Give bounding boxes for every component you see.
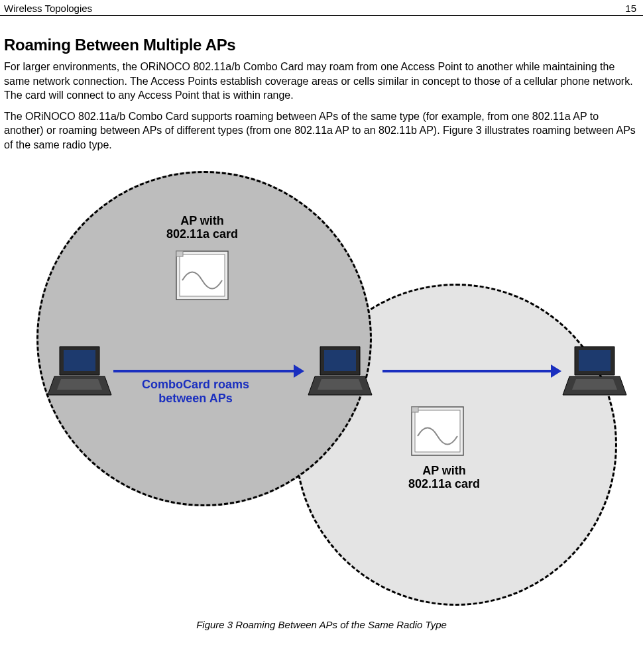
ap1-label-line1: AP with — [180, 214, 224, 227]
section-heading: Roaming Between Multiple APs — [4, 36, 639, 54]
svg-rect-8 — [324, 350, 356, 371]
roaming-arrow-icon — [113, 370, 295, 372]
svg-marker-10 — [318, 379, 363, 390]
svg-marker-14 — [572, 379, 617, 390]
roaming-label: ComboCard roams between APs — [113, 378, 278, 406]
ap1-label-line2: 802.11a card — [166, 227, 238, 241]
ap2-label: AP with 802.11a card — [381, 464, 507, 491]
svg-rect-4 — [64, 350, 95, 371]
laptop-icon — [561, 343, 628, 400]
svg-rect-2 — [176, 251, 183, 256]
roaming-arrow-icon — [382, 370, 552, 372]
page-content: Roaming Between Multiple APs For larger … — [0, 16, 643, 630]
page-header: Wireless Topologies 15 — [0, 0, 643, 16]
roaming-label-line2: between APs — [158, 392, 232, 405]
figure-caption: Figure 3 Roaming Between APs of the Same… — [4, 619, 639, 630]
body-paragraph: The ORiNOCO 802.11a/b Combo Card support… — [4, 109, 639, 152]
access-point-icon — [408, 403, 467, 459]
laptop-icon — [46, 343, 113, 400]
page-number: 15 — [625, 3, 636, 14]
figure-roaming-diagram: AP with 802.11a card ComboCar — [10, 164, 633, 615]
roaming-label-line1: ComboCard roams — [142, 378, 249, 391]
svg-rect-12 — [579, 350, 611, 371]
header-title: Wireless Topologies — [4, 3, 92, 14]
laptop-icon — [307, 343, 373, 400]
svg-marker-6 — [57, 379, 102, 390]
svg-rect-17 — [412, 407, 418, 412]
ap1-label: AP with 802.11a card — [139, 214, 265, 241]
body-paragraph: For larger environments, the ORiNOCO 802… — [4, 60, 639, 103]
ap2-label-line1: AP with — [422, 464, 466, 477]
access-point-icon — [172, 247, 232, 304]
ap2-label-line2: 802.11a card — [408, 477, 480, 490]
